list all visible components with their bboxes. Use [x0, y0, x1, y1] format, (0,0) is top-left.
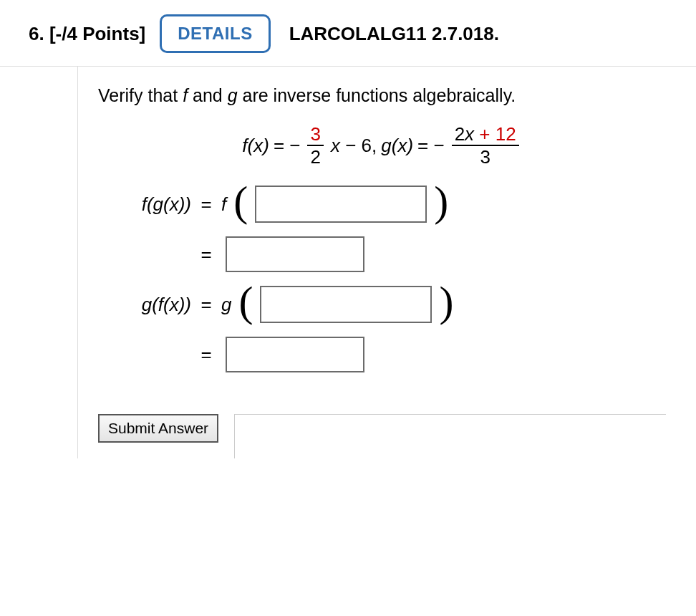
book-reference: LARCOLALG11 2.7.018.	[289, 23, 499, 45]
gfx-row: g(f(x)) = g ( )	[98, 285, 666, 324]
prompt-text: Verify that f and g are inverse function…	[98, 85, 666, 106]
function-definitions: f(x) = − 3 2 x − 6, g(x) = − 2x + 12 3	[98, 125, 666, 166]
submit-answer-button[interactable]: Submit Answer	[98, 414, 218, 443]
feedback-area	[234, 414, 666, 458]
right-paren-icon: )	[434, 182, 448, 221]
fgx-inner-input[interactable]	[255, 186, 427, 223]
fgx-result-row: =	[98, 236, 666, 272]
gfx-label: g(f(x))	[98, 294, 191, 316]
fgx-row: f(g(x)) = f ( )	[98, 185, 666, 223]
gfx-result-input[interactable]	[226, 337, 364, 372]
question-body: Verify that f and g are inverse function…	[77, 67, 686, 458]
question-header: 6. [-/4 Points] DETAILS LARCOLALG11 2.7.…	[0, 0, 696, 67]
details-button[interactable]: DETAILS	[160, 14, 270, 53]
fgx-label: f(g(x))	[98, 193, 191, 216]
left-paren-icon: (	[238, 282, 253, 321]
left-paren-icon: (	[233, 182, 248, 221]
gfx-inner-input[interactable]	[260, 286, 432, 323]
fgx-result-input[interactable]	[226, 236, 364, 272]
gfx-result-row: =	[98, 337, 666, 372]
question-number: 6. [-/4 Points]	[29, 23, 145, 45]
right-paren-icon: )	[439, 282, 453, 321]
